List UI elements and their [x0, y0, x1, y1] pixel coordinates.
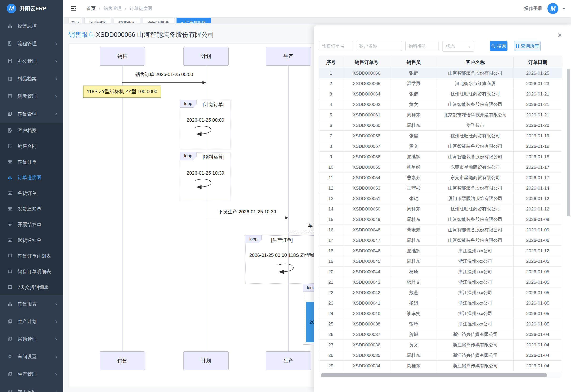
cell-salesperson: 周桂东 [391, 110, 437, 120]
sidebar-item-workshop-settings[interactable]: ⚙车间设置∨ [0, 348, 63, 365]
cell-index: 11 [319, 172, 343, 183]
sidebar-item-processing-workshop[interactable]: 加工车间∨ [0, 383, 63, 392]
breadcrumb-item[interactable]: 销售管理 [104, 5, 121, 12]
table-row[interactable]: 16XSDD000048曹素芳山河智能装备股份有限公司2026-01-09 [319, 225, 562, 235]
cell-date: 2026-01-04 [514, 350, 562, 360]
sidebar-item-process[interactable]: 流程管理∨ [0, 35, 63, 52]
table-row[interactable]: 3XSDD000064张键杭州旺旺旺商贸有限公司2026-01-21 [319, 89, 562, 99]
cell-index: 1 [319, 68, 343, 78]
avatar[interactable]: M [547, 3, 558, 14]
table-row[interactable]: 29XSDD000034周桂东浙江裕兴传媒有限公司2026-01-04 [319, 361, 562, 371]
sidebar-item-production-mgmt[interactable]: 生产管理∨ [0, 365, 63, 383]
table-row[interactable]: 26XSDD000037贺蝉浙江裕兴传媒有限公司2026-01-04 [319, 329, 562, 340]
table-row[interactable]: 17XSDD000047周桂东山河智能装备股份有限公司2026-01-06 [319, 235, 562, 246]
cell-customer: 浙江温州xxx公司 [437, 266, 514, 277]
table-row[interactable]: 6XSDD000060周桂东华孚超市2026-01-20 [319, 120, 562, 131]
cell-date: 2026-01-05 [514, 319, 562, 329]
app-logo: M 升阳云ERP [0, 0, 63, 17]
table-row[interactable]: 10XSDD000055柳星稣东莞市星瀚商贸有限公司2026-01-17 [319, 162, 562, 172]
cell-salesperson: 屈继辉 [391, 152, 437, 162]
table-row[interactable]: 1XSDD000066张键山河智能装备股份有限公司2026-01-25 [319, 68, 562, 78]
table-row[interactable]: 24XSDD000040谈孝笑浙江温州xxx公司2026-01-05 [319, 308, 562, 319]
customer-name-input[interactable] [356, 41, 402, 51]
cell-index: 8 [319, 141, 343, 151]
table-row[interactable]: 15XSDD000049周桂东山河智能装备股份有限公司2026-01-09 [319, 214, 562, 225]
cell-customer: 浙江温州xxx公司 [437, 256, 514, 266]
sidebar-item-sales-contract[interactable]: 销售合同 [0, 138, 63, 154]
material-name-input[interactable] [406, 41, 438, 51]
sidebar-item-invoice-settlement[interactable]: 开票结算单 [0, 217, 63, 232]
sidebar: M 升阳云ERP 经营总控流程管理∨办公管理∨料品档案∨研发管理∨销售管理∧客户… [0, 0, 63, 392]
sidebar-item-customer-archive[interactable]: 客户档案 [0, 123, 63, 138]
table-row[interactable]: 13XSDD000051张键厦门市黑眼睛服饰有限公司2026-01-12 [319, 193, 562, 204]
sidebar-item-return-notice[interactable]: 退货通知单 [0, 232, 63, 248]
search-button[interactable]: 搜索 [490, 41, 508, 51]
sidebar-item-stock-order[interactable]: 备货订单 [0, 185, 63, 201]
breadcrumb-item[interactable]: 首页 [87, 5, 96, 12]
sidebar-item-order-progress[interactable]: 订单进度图 [0, 170, 63, 185]
grid-icon [7, 237, 13, 243]
table-row[interactable]: 4XSDD000062黄文山河智能装备股份有限公司2026-01-21 [319, 99, 562, 110]
manual-link[interactable]: 操作手册 [524, 5, 542, 12]
breadcrumb-item[interactable]: 订单进度图 [130, 5, 152, 12]
table-row[interactable]: 28XSDD000035周桂东浙江裕兴传媒有限公司2026-01-04 [319, 350, 562, 361]
menu-collapse-icon[interactable] [70, 6, 77, 11]
sidebar-item-production-plan[interactable]: 生产计划∨ [0, 313, 63, 330]
page-title: 销售跟单 XSDD000066 山河智能装备股份有限公司 [69, 30, 214, 39]
sidebar-item-label: 订单进度图 [18, 174, 41, 181]
sidebar-item-sales-order[interactable]: 销售订单 [0, 154, 63, 170]
chevron-down-icon: ∨ [55, 59, 58, 63]
sidebar-item-rd[interactable]: 研发管理∨ [0, 87, 63, 105]
book-icon [7, 253, 13, 259]
sidebar-item-sales-order-plan[interactable]: 销售订单计划表 [0, 248, 63, 264]
table-row[interactable]: 20XSDD000044杨琦浙江温州xxx公司2026-01-05 [319, 266, 562, 277]
sidebar-item-label: 加工车间 [18, 389, 37, 392]
table-row[interactable]: 5XSDD000061周桂东北京都市花语科技开发有限公司2026-01-21 [319, 110, 562, 120]
cell-order-no: XSDD000035 [343, 350, 391, 360]
app-title: 升阳云ERP [20, 5, 46, 12]
sidebar-item-materials[interactable]: 料品档案∨ [0, 70, 63, 87]
close-icon[interactable]: × [557, 31, 562, 39]
cell-index: 18 [319, 246, 343, 256]
sidebar-item-purchase[interactable]: 采购管理∨ [0, 330, 63, 348]
sidebar-item-sales-report[interactable]: 销售报表∨ [0, 295, 63, 313]
table-row[interactable]: 18XSDD000046屈继辉浙江温州xxx公司2026-01-12 [319, 246, 562, 256]
horizontal-scrollbar-thumb[interactable] [321, 373, 547, 377]
sidebar-item-sales-order-detail[interactable]: 销售订单明细表 [0, 264, 63, 280]
cell-salesperson: 张键 [391, 89, 437, 99]
table-row[interactable]: 11XSDD000054曹素芳东莞市星瀚商贸有限公司2026-01-17 [319, 172, 562, 183]
cell-salesperson: 戴燕 [391, 287, 437, 298]
sidebar-item-sales[interactable]: 销售管理∧ [0, 105, 63, 123]
sidebar-item-label: 料品档案 [18, 76, 37, 82]
chevron-down-icon[interactable]: ▼ [562, 7, 566, 11]
table-row[interactable]: 19XSDD000045周桂东浙江温州xxx公司2026-01-05 [319, 256, 562, 266]
table-row[interactable]: 7XSDD000058张键杭州旺旺旺商贸有限公司2026-01-19 [319, 131, 562, 141]
table-row[interactable]: 2XSDD000065温学勇河北衡水市红旗商厦2026-01-23 [319, 78, 562, 89]
message-arrow-line [122, 83, 203, 83]
sidebar-item-delivery-7day[interactable]: 7天交货明细表 [0, 280, 63, 295]
table-row[interactable]: 14XSDD000050周桂东杭州旺旺旺商贸有限公司2026-01-12 [319, 204, 562, 214]
cell-index: 15 [319, 214, 343, 224]
order-list-panel: × 状态 ∨ 搜索 查询所有 序号销售订单号销售员客户名称订单日期 1XSDD0… [314, 25, 571, 392]
table-row[interactable]: 22XSDD000042戴燕浙江温州xxx公司2026-01-05 [319, 287, 562, 298]
sidebar-item-delivery-notice[interactable]: 发货通知单 [0, 201, 63, 217]
table-row[interactable]: 23XSDD000041杨娟浙江温州xxx公司2026-01-05 [319, 298, 562, 308]
status-select[interactable]: 状态 ∨ [442, 41, 474, 52]
table-row[interactable]: 12XSDD000053王守彬山河智能装备股份有限公司2026-01-14 [319, 183, 562, 193]
table-row[interactable]: 27XSDD000036黄文浙江裕兴传媒有限公司2026-01-04 [319, 340, 562, 350]
cell-order-no: XSDD000045 [343, 256, 391, 266]
sidebar-item-dashboard[interactable]: 经营总控 [0, 17, 63, 35]
table-row[interactable]: 8XSDD000057黄文山河智能装备股份有限公司2026-01-19 [319, 141, 562, 152]
cell-index: 22 [319, 287, 343, 298]
query-all-button[interactable]: 查询所有 [514, 41, 541, 51]
grid-icon [7, 190, 13, 196]
cell-salesperson: 贺蝉 [391, 319, 437, 329]
table-row[interactable]: 9XSDD000056屈继辉山河智能装备股份有限公司2026-01-18 [319, 152, 562, 162]
table-row[interactable]: 25XSDD000038贺蝉浙江温州xxx公司2026-01-05 [319, 319, 562, 329]
cell-date: 2026-01-12 [514, 246, 562, 256]
sidebar-item-office[interactable]: 办公管理∨ [0, 52, 63, 70]
table-row[interactable]: 21XSDD000043韩静文浙江温州xxx公司2026-01-05 [319, 277, 562, 287]
page-title-link[interactable]: 销售跟单 [69, 31, 94, 38]
order-no-input[interactable] [319, 41, 353, 51]
vertical-scrollbar-thumb[interactable] [567, 69, 570, 216]
